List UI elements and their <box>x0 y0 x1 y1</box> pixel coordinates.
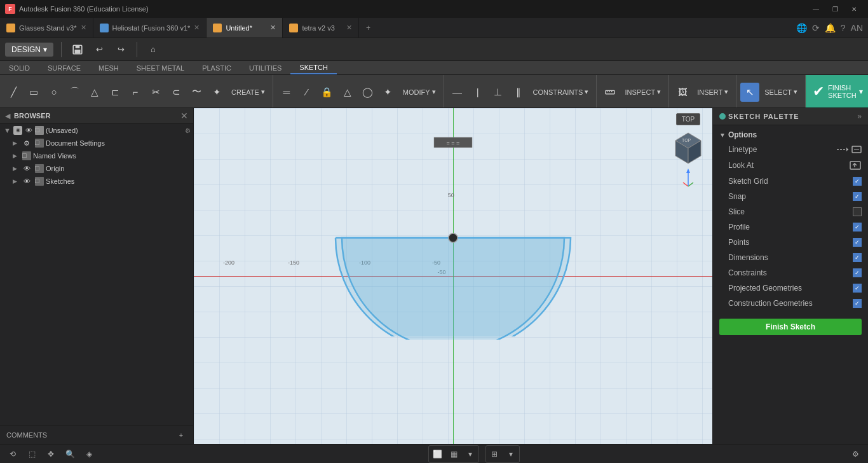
browser-settings-icon[interactable]: ✕ <box>180 111 188 121</box>
tree-item-doc-settings[interactable]: ▶ ⚙ □ Document Settings <box>0 137 193 149</box>
grid-options-button[interactable]: ▾ <box>463 446 478 462</box>
dimensions-checkbox[interactable] <box>853 253 862 262</box>
snap-control[interactable] <box>853 192 862 201</box>
profile-checkbox[interactable] <box>853 223 862 232</box>
arc-tool[interactable]: ⌒ <box>65 83 84 102</box>
tree-item-sketches[interactable]: ▶ 👁 □ Sketches <box>0 175 193 188</box>
perpendicular-constraint[interactable]: ⊥ <box>489 83 508 102</box>
slice-control[interactable] <box>853 207 862 216</box>
tab-untitled[interactable]: Untitled* ✕ <box>207 18 283 38</box>
construction-geometries-checkbox[interactable] <box>853 299 862 308</box>
horizontal-constraint[interactable]: — <box>448 83 467 102</box>
points-checkbox[interactable] <box>853 238 862 247</box>
measure-tool[interactable] <box>600 83 620 102</box>
options-section-header[interactable]: ▼ Options <box>713 128 868 142</box>
tab-nav-help[interactable]: ? <box>841 23 846 33</box>
insert-dropdown[interactable]: INSERT ▾ <box>693 83 732 102</box>
finish-sketch-toolbar-btn[interactable]: ✔ FINISH SKETCH ▾ <box>806 75 868 107</box>
grid-button[interactable]: ▦ <box>446 446 461 462</box>
mode-tab-plastic[interactable]: PLASTIC <box>193 61 240 74</box>
tab-close-untitled[interactable]: ✕ <box>270 24 276 32</box>
construction-line[interactable]: ⁄ <box>297 83 316 102</box>
root-visibility-icon[interactable]: ◉ <box>13 126 22 135</box>
tree-item-named-views[interactable]: ▶ □ Named Views <box>0 149 193 162</box>
mode-tab-sketch[interactable]: SKETCH <box>290 61 337 74</box>
offset-tool[interactable]: ⊂ <box>166 83 186 102</box>
sketch-grid-control[interactable] <box>853 177 862 186</box>
linetype-control[interactable] <box>836 145 862 154</box>
line-tool[interactable]: ╱ <box>4 83 23 102</box>
triangle-tool[interactable]: △ <box>338 83 357 102</box>
sketch-grid-checkbox[interactable] <box>853 177 862 186</box>
zoom-button[interactable]: 🔍 <box>62 446 78 462</box>
tab-glasses-stand[interactable]: Glasses Stand v3* ✕ <box>0 18 93 38</box>
vertical-constraint[interactable]: | <box>468 83 487 102</box>
tree-item-origin[interactable]: ▶ 👁 □ Origin <box>0 162 193 175</box>
create-dropdown[interactable]: CREATE ▾ <box>227 83 269 102</box>
select-tool[interactable]: ↖ <box>740 83 759 102</box>
undo-arrow-button[interactable]: ↪ <box>112 41 129 58</box>
tab-nav-bell[interactable]: 🔔 <box>825 23 836 33</box>
tab-nav-online[interactable]: 🌐 <box>796 23 807 33</box>
look-at-control[interactable] <box>849 160 862 170</box>
undo-button[interactable]: ↩ <box>91 41 107 58</box>
pan-button[interactable]: ✥ <box>43 446 58 462</box>
display-arrow-button[interactable]: ▾ <box>503 446 519 462</box>
minimize-button[interactable]: — <box>807 3 825 15</box>
trim-tool[interactable]: ✂ <box>146 83 165 102</box>
intersect-tool[interactable]: ✦ <box>379 83 398 102</box>
construction-geometries-control[interactable] <box>853 299 862 308</box>
top-view-label[interactable]: TOP <box>676 113 700 125</box>
tab-close-tetra[interactable]: ✕ <box>346 24 352 32</box>
rect-tool[interactable]: ▭ <box>24 83 43 102</box>
snap-checkbox[interactable] <box>853 192 862 201</box>
select-dropdown[interactable]: SELECT ▾ <box>761 83 801 102</box>
eye-icon[interactable]: 👁 <box>24 126 33 135</box>
project-tool[interactable]: ✦ <box>207 83 226 102</box>
image-insert-tool[interactable]: 🖼 <box>673 83 692 102</box>
new-tab-button[interactable]: + <box>359 18 377 38</box>
constraints-option-control[interactable] <box>853 268 862 277</box>
look-at-btn[interactable]: ◈ <box>81 446 97 462</box>
close-button[interactable]: ✕ <box>845 3 863 15</box>
origin-eye-icon[interactable]: 👁 <box>22 164 31 173</box>
spline-tool[interactable]: 〜 <box>187 83 206 102</box>
points-control[interactable] <box>853 238 862 247</box>
projected-geometries-checkbox[interactable] <box>853 284 862 293</box>
viewport[interactable]: -200 -150 -100 -50 50 -50 = = = <box>194 108 712 444</box>
palette-collapse-button[interactable]: » <box>857 112 862 121</box>
constraints-dropdown[interactable]: CONSTRAINTS ▾ <box>529 83 593 102</box>
mode-tab-surface[interactable]: SURFACE <box>39 61 90 74</box>
finish-sketch-palette-button[interactable]: Finish Sketch <box>719 319 862 335</box>
dimensions-control[interactable] <box>853 253 862 262</box>
root-options-icon[interactable]: ⚙ <box>185 127 191 134</box>
home-button[interactable]: ⌂ <box>145 41 161 58</box>
projected-geometries-control[interactable] <box>853 284 862 293</box>
mode-tab-sheet-metal[interactable]: SHEET METAL <box>128 61 193 74</box>
settings-button[interactable]: ⚙ <box>848 446 863 462</box>
fit-button[interactable]: ⬚ <box>24 446 39 462</box>
save-button[interactable] <box>69 41 86 58</box>
tab-nav-user[interactable]: AN <box>851 23 863 33</box>
tab-tetra[interactable]: tetra v2 v3 ✕ <box>283 18 359 38</box>
slice-checkbox[interactable] <box>853 207 862 216</box>
inspect-dropdown[interactable]: INSPECT ▾ <box>621 83 665 102</box>
comments-bar[interactable]: COMMENTS + <box>0 425 193 444</box>
ellipse-tool[interactable]: ◯ <box>358 83 377 102</box>
tab-close-heliostat[interactable]: ✕ <box>194 24 200 32</box>
circle-tool[interactable]: ○ <box>44 83 64 102</box>
mode-tab-mesh[interactable]: MESH <box>90 61 128 74</box>
profile-control[interactable] <box>853 223 862 232</box>
sketches-eye-icon[interactable]: 👁 <box>22 177 31 186</box>
slot-tool[interactable]: ⊏ <box>105 83 125 102</box>
mode-tab-utilities[interactable]: UTILITIES <box>240 61 290 74</box>
fillet-tool[interactable]: ⌐ <box>126 83 145 102</box>
design-dropdown[interactable]: DESIGN ▾ <box>5 43 53 57</box>
lock-tool[interactable]: 🔒 <box>318 83 337 102</box>
comments-add-button[interactable]: + <box>175 429 187 441</box>
mode-tab-solid[interactable]: SOLID <box>0 61 39 74</box>
tab-nav-sync[interactable]: ⟳ <box>812 23 820 33</box>
maximize-button[interactable]: ❐ <box>826 3 844 15</box>
tree-item-root[interactable]: ▼ ◉ 👁 □ (Unsaved) ⚙ <box>0 124 193 137</box>
tab-close-glasses[interactable]: ✕ <box>81 24 86 32</box>
